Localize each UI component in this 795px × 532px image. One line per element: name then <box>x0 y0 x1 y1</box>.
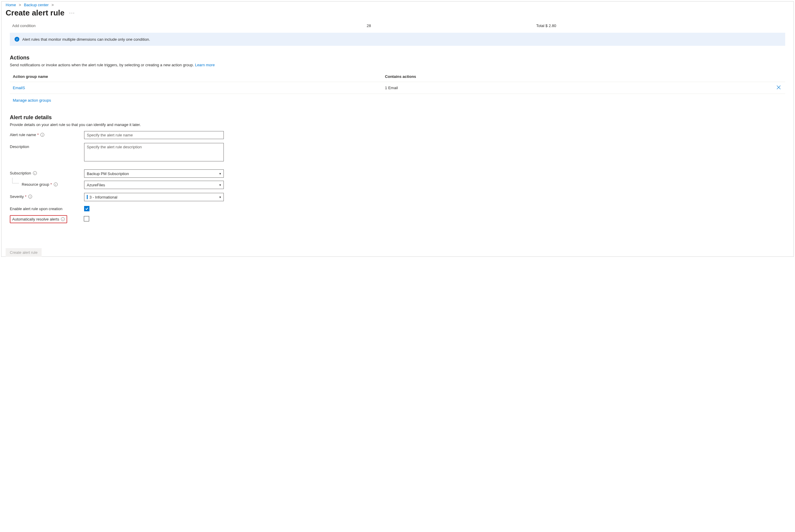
action-group-link[interactable]: EmailS <box>13 86 25 90</box>
create-alert-rule-button[interactable]: Create alert rule <box>6 248 42 257</box>
auto-resolve-label: Automatically resolve alerts <box>12 217 59 222</box>
actions-description: Send notifications or invoke actions whe… <box>10 63 785 67</box>
add-condition-label[interactable]: Add condition <box>12 23 367 28</box>
breadcrumb: Home > Backup center > <box>1 1 794 8</box>
condition-total: Total $ 2.80 <box>536 23 556 28</box>
auto-resolve-highlight: Automatically resolve alerts i <box>10 215 67 223</box>
col-contains-actions: Contains actions <box>382 71 773 82</box>
resource-group-label: Resource group * i <box>10 181 84 187</box>
condition-count: 28 <box>367 23 536 28</box>
learn-more-link[interactable]: Learn more <box>195 63 214 67</box>
chevron-right-icon: > <box>52 3 54 7</box>
action-groups-table: Action group name Contains actions Email… <box>10 71 785 94</box>
resource-group-value: AzureFiles <box>87 183 105 187</box>
breadcrumb-backup-center[interactable]: Backup center <box>24 3 49 7</box>
resource-group-select[interactable]: AzureFiles ▾ <box>84 181 224 189</box>
info-icon: i <box>15 37 19 42</box>
chevron-down-icon: ▾ <box>219 195 221 199</box>
breadcrumb-home[interactable]: Home <box>6 3 16 7</box>
action-group-contains: 1 Email <box>382 82 773 94</box>
severity-color-marker <box>87 195 88 199</box>
chevron-down-icon: ▾ <box>219 183 221 187</box>
check-icon <box>85 207 89 210</box>
enable-rule-label: Enable alert rule upon creation <box>10 205 84 211</box>
col-action-group-name: Action group name <box>10 71 382 82</box>
chevron-down-icon: ▾ <box>219 172 221 176</box>
condition-summary: Add condition 28 Total $ 2.80 <box>1 22 794 33</box>
description-input[interactable] <box>84 143 224 162</box>
auto-resolve-checkbox[interactable] <box>84 216 89 222</box>
table-row: EmailS 1 Email <box>10 82 785 94</box>
description-label: Description <box>10 143 84 149</box>
info-banner: i Alert rules that monitor multiple dime… <box>10 33 785 46</box>
chevron-right-icon: > <box>19 3 21 7</box>
severity-value: 3 - Informational <box>90 195 117 200</box>
alert-rule-details-section: Alert rule details Provide details on yo… <box>1 114 794 223</box>
close-icon <box>776 85 781 90</box>
required-mark: * <box>25 194 26 199</box>
alert-rule-name-input[interactable] <box>84 131 224 139</box>
info-icon[interactable]: i <box>28 195 32 198</box>
info-icon[interactable]: i <box>33 171 37 175</box>
subscription-value: Backup PM Subscription <box>87 171 129 176</box>
remove-action-group-button[interactable] <box>773 82 785 94</box>
info-icon[interactable]: i <box>61 217 65 221</box>
severity-label: Severity * i <box>10 193 84 199</box>
info-banner-text: Alert rules that monitor multiple dimens… <box>22 37 150 42</box>
actions-section: Actions Send notifications or invoke act… <box>1 55 794 102</box>
alert-rule-name-label: Alert rule name * i <box>10 131 84 137</box>
subscription-select[interactable]: Backup PM Subscription ▾ <box>84 169 224 178</box>
required-mark: * <box>51 182 52 187</box>
severity-select[interactable]: 3 - Informational ▾ <box>84 193 224 201</box>
info-icon[interactable]: i <box>40 133 44 137</box>
details-description: Provide details on your alert rule so th… <box>10 122 785 127</box>
page-title: Create alert rule <box>6 8 64 18</box>
info-icon[interactable]: i <box>54 183 58 186</box>
manage-action-groups-link[interactable]: Manage action groups <box>10 96 54 102</box>
enable-rule-checkbox[interactable] <box>84 206 90 211</box>
required-mark: * <box>37 133 39 137</box>
details-heading: Alert rule details <box>10 114 785 121</box>
actions-heading: Actions <box>10 55 785 61</box>
subscription-label: Subscription i <box>10 169 84 175</box>
auto-resolve-label-wrap: Automatically resolve alerts i <box>10 215 67 223</box>
more-actions-button[interactable]: ··· <box>69 11 75 16</box>
